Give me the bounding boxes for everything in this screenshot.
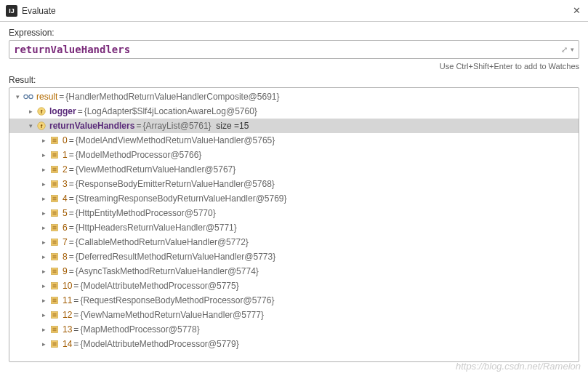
node-index: 14: [63, 339, 72, 349]
element-icon: [49, 265, 60, 277]
node-index: 4: [63, 193, 68, 204]
collapse-arrow-icon[interactable]: ▾: [12, 93, 23, 100]
tree-row-item[interactable]: ▸12 = {ViewNameMethodReturnValueHandler@…: [9, 308, 579, 322]
node-value: {ArrayList@5761}: [142, 121, 211, 131]
expand-arrow-icon[interactable]: ▸: [39, 195, 49, 202]
expand-arrow-icon[interactable]: ▸: [39, 340, 49, 348]
expand-arrow-icon[interactable]: ▸: [39, 209, 49, 217]
element-icon: [49, 280, 60, 292]
node-name: logger: [49, 106, 76, 116]
size-value: 15: [239, 121, 249, 131]
node-value: {DeferredResultMethodReturnValueHandler@…: [76, 252, 275, 262]
tree-row-result[interactable]: ▾ result = {HandlerMethodReturnValueHand…: [9, 89, 579, 104]
expression-box[interactable]: ⤢ ▾: [9, 40, 579, 59]
tree-row-item[interactable]: ▸9 = {AsyncTaskMethodReturnValueHandler@…: [9, 264, 579, 279]
element-icon: [49, 295, 60, 306]
node-value: {ViewNameMethodReturnValueHandler@5777}: [80, 310, 264, 320]
node-index: 13: [63, 324, 72, 335]
tree-row-item[interactable]: ▸0 = {ModelAndViewMethodReturnValueHandl…: [9, 133, 579, 148]
node-value: {ModelAndViewMethodReturnValueHandler@57…: [76, 135, 275, 145]
result-label: Result:: [9, 75, 579, 85]
node-name: returnValueHandlers: [49, 121, 134, 131]
expand-arrow-icon[interactable]: ▸: [25, 108, 36, 115]
expression-input[interactable]: [14, 44, 561, 55]
tree-row-item[interactable]: ▸6 = {HttpHeadersReturnValueHandler@5771…: [9, 220, 579, 235]
tree-row-item[interactable]: ▸4 = {StreamingResponseBodyReturnValueHa…: [9, 191, 579, 206]
node-index: 12: [63, 310, 72, 320]
watermark: https://blog.csdn.net/Ramelon: [456, 361, 581, 372]
element-icon: [49, 178, 60, 190]
close-icon[interactable]: ✕: [571, 5, 582, 17]
node-value: {AsyncTaskMethodReturnValueHandler@5774}: [76, 266, 259, 276]
node-value: {HttpHeadersReturnValueHandler@5771}: [76, 223, 237, 233]
expand-arrow-icon[interactable]: ▸: [39, 180, 49, 188]
chevron-down-icon[interactable]: ▾: [571, 46, 574, 53]
tree-row-logger[interactable]: ▸ logger = {LogAdapter$Slf4jLocationAwar…: [9, 104, 579, 119]
element-icon: [49, 149, 60, 161]
expand-arrow-icon[interactable]: ▸: [39, 166, 49, 173]
app-icon: IJ: [6, 5, 17, 17]
expand-arrow-icon[interactable]: ▸: [39, 297, 49, 304]
dialog-title: Evaluate: [22, 6, 571, 16]
glasses-icon: [23, 91, 34, 103]
result-tree[interactable]: ▾ result = {HandlerMethodReturnValueHand…: [9, 87, 579, 362]
node-name: result: [36, 92, 57, 102]
node-value: {ModelMethodProcessor@5766}: [76, 150, 202, 160]
tree-row-item[interactable]: ▸7 = {CallableMethodReturnValueHandler@5…: [9, 235, 579, 249]
expand-arrow-icon[interactable]: ▸: [39, 282, 49, 289]
expand-arrow-icon[interactable]: ▸: [39, 311, 49, 319]
tree-row-item[interactable]: ▸5 = {HttpEntityMethodProcessor@5770}: [9, 206, 579, 220]
tree-row-item[interactable]: ▸10 = {ModelAttributeMethodProcessor@577…: [9, 279, 579, 293]
node-value: {ViewMethodReturnValueHandler@5767}: [76, 164, 236, 175]
tree-row-item[interactable]: ▸2 = {ViewMethodReturnValueHandler@5767}: [9, 162, 579, 177]
element-icon: [49, 324, 60, 335]
node-index: 11: [63, 295, 72, 305]
node-index: 2: [63, 164, 68, 175]
titlebar: IJ Evaluate ✕: [0, 0, 588, 22]
expand-arrow-icon[interactable]: ▸: [39, 268, 49, 275]
hint-text: Use Ctrl+Shift+Enter to add to Watches: [9, 62, 579, 71]
tree-row-item[interactable]: ▸11 = {RequestResponseBodyMethodProcesso…: [9, 293, 579, 308]
expand-arrow-icon[interactable]: ▸: [39, 253, 49, 260]
tree-row-item[interactable]: ▸1 = {ModelMethodProcessor@5766}: [9, 148, 579, 162]
expression-label: Expression:: [9, 28, 579, 38]
node-value: {MapMethodProcessor@5778}: [80, 324, 199, 335]
tree-row-item[interactable]: ▸13 = {MapMethodProcessor@5778}: [9, 322, 579, 337]
node-value: {RequestResponseBodyMethodProcessor@5776…: [80, 295, 274, 305]
field-icon: [36, 120, 47, 132]
node-index: 0: [63, 135, 68, 145]
expand-arrow-icon[interactable]: ▸: [39, 326, 49, 333]
node-index: 1: [63, 150, 68, 160]
tree-row-item[interactable]: ▸14 = {ModelAttributeMethodProcessor@577…: [9, 337, 579, 351]
node-index: 8: [63, 252, 68, 262]
element-icon: [49, 207, 60, 219]
expand-arrow-icon[interactable]: ▸: [39, 224, 49, 231]
tree-row-returnvaluehandlers[interactable]: ▾ returnValueHandlers = {ArrayList@5761}…: [9, 119, 579, 133]
element-icon: [49, 222, 60, 233]
node-value: {ModelAttributeMethodProcessor@5775}: [80, 281, 238, 291]
tree-row-item[interactable]: ▸8 = {DeferredResultMethodReturnValueHan…: [9, 249, 579, 264]
node-index: 3: [63, 179, 68, 189]
node-index: 5: [63, 208, 68, 218]
field-icon: [36, 105, 47, 117]
tree-row-item[interactable]: ▸3 = {ResponseBodyEmitterReturnValueHand…: [9, 177, 579, 191]
expand-arrow-icon[interactable]: ▸: [39, 239, 49, 246]
node-index: 7: [63, 237, 68, 247]
node-index: 6: [63, 223, 68, 233]
expand-arrow-icon[interactable]: ▸: [39, 151, 49, 159]
element-icon: [49, 251, 60, 263]
expand-arrow-icon[interactable]: ▸: [39, 137, 49, 144]
expand-icon[interactable]: ⤢: [561, 45, 568, 55]
size-label: size =: [216, 121, 239, 131]
node-value: {HttpEntityMethodProcessor@5770}: [76, 208, 216, 218]
collapse-arrow-icon[interactable]: ▾: [25, 122, 36, 129]
node-value: {LogAdapter$Slf4jLocationAwareLog@5760}: [84, 106, 257, 116]
node-value: {ResponseBodyEmitterReturnValueHandler@5…: [76, 179, 275, 189]
node-index: 10: [63, 281, 72, 291]
element-icon: [49, 193, 60, 204]
element-icon: [49, 164, 60, 175]
element-icon: [49, 236, 60, 248]
node-value: {HandlerMethodReturnValueHandlerComposit…: [65, 92, 279, 102]
node-value: {StreamingResponseBodyReturnValueHandler…: [76, 193, 287, 204]
element-icon: [49, 135, 60, 146]
